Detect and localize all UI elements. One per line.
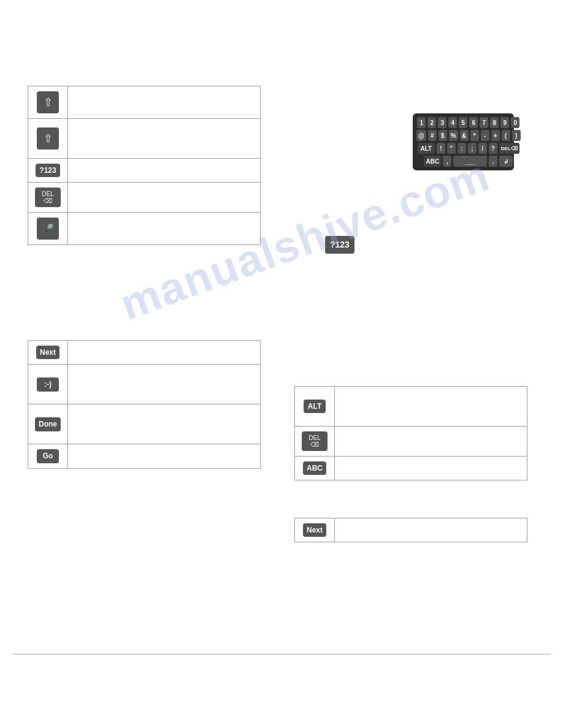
desc-num (68, 159, 261, 183)
kb-at: @ (416, 130, 426, 141)
kb-5: 5 (459, 117, 467, 128)
kb-excl: ! (437, 143, 445, 154)
key-cell-smiley: :-) (28, 365, 68, 404)
kb-amp: & (460, 130, 469, 141)
desc-arrow1 (68, 86, 261, 119)
key-cell-mic: 🎤 (28, 213, 68, 245)
kb-0: 0 (511, 117, 519, 128)
kb-9: 9 (500, 117, 509, 128)
num-symbol-key: ?123 (36, 164, 59, 177)
kb-minus: - (481, 130, 489, 141)
kb-4: 4 (448, 117, 457, 128)
kb-7: 7 (480, 117, 488, 128)
key-cell-num: ?123 (28, 159, 68, 183)
desc-done (68, 404, 261, 444)
kb-slash: / (478, 143, 487, 154)
desc-next (68, 341, 261, 365)
key-cell-arrow2: ⇧ (28, 119, 68, 159)
desc-del2 (335, 427, 527, 457)
kb-star: * (470, 130, 479, 141)
key-cell-del2: DEL⌫ (295, 427, 335, 457)
smiley-key: :-) (37, 377, 59, 391)
kb-abc: ABC (424, 156, 441, 167)
key-cell-next-bottom: Next (295, 518, 335, 542)
kb-plus: + (491, 130, 500, 141)
kb-alt: ALT (418, 143, 435, 154)
bottom-divider (12, 654, 551, 654)
kb-enter: ↲ (499, 156, 513, 167)
desc-next-bottom (335, 518, 527, 542)
key-cell-go: Go (28, 444, 68, 468)
keyboard-image: 1 2 3 4 5 6 7 8 9 0 @ # $ % & * - + ( (413, 113, 514, 170)
done-key: Done (35, 417, 61, 431)
next-bottom-table: Next (294, 518, 527, 542)
alt-key: ALT (304, 400, 326, 413)
microphone-key: 🎤 (37, 218, 59, 240)
kb-comma: , (443, 156, 451, 167)
kb-rparen: ) (512, 130, 521, 141)
next-bottom-key: Next (303, 523, 326, 537)
floating-123-key: ?123 (325, 236, 354, 254)
go-key: Go (37, 449, 59, 463)
key-cell-alt: ALT (295, 387, 335, 427)
bottom-left-key-table: Next :-) Done Go (28, 340, 261, 469)
kb-1: 1 (417, 117, 426, 128)
arrow-up-icon-2: ⇧ (37, 127, 59, 150)
desc-del (68, 183, 261, 213)
kb-del-sm: DEL⌫ (499, 143, 519, 154)
delete-key-2: DEL⌫ (302, 431, 327, 451)
next-key: Next (36, 346, 59, 359)
key-cell-done: Done (28, 404, 68, 444)
key-cell-abc: ABC (295, 457, 335, 480)
kb-space: ___ (453, 156, 487, 167)
key-cell-del: DEL⌫ (28, 183, 68, 213)
desc-mic (68, 213, 261, 245)
kb-quest: ? (489, 143, 497, 154)
desc-arrow2 (68, 119, 261, 159)
desc-alt (335, 387, 527, 427)
bottom-right-key-table: ALT DEL⌫ ABC (294, 386, 527, 480)
floating-123-icon: ?123 (325, 236, 354, 254)
kb-semi: ; (468, 143, 477, 154)
kb-colon: : (458, 143, 466, 154)
desc-smiley (68, 365, 261, 404)
key-cell-arrow1: ⇧ (28, 86, 68, 119)
kb-dot: . (489, 156, 497, 167)
kb-quote: " (447, 143, 456, 154)
delete-key: DEL⌫ (35, 188, 61, 207)
kb-6: 6 (469, 117, 478, 128)
desc-go (68, 444, 261, 468)
kb-percent: % (449, 130, 458, 141)
key-cell-next: Next (28, 341, 68, 365)
desc-abc (335, 457, 527, 480)
abc-key: ABC (303, 461, 326, 475)
kb-lparen: ( (502, 130, 510, 141)
kb-2: 2 (427, 117, 436, 128)
kb-8: 8 (490, 117, 499, 128)
kb-3: 3 (438, 117, 446, 128)
arrow-up-icon-1: ⇧ (37, 91, 59, 113)
top-left-key-table: ⇧ ⇧ ?123 DEL⌫ (28, 86, 261, 245)
kb-hash: # (428, 130, 437, 141)
kb-dollar: $ (439, 130, 447, 141)
